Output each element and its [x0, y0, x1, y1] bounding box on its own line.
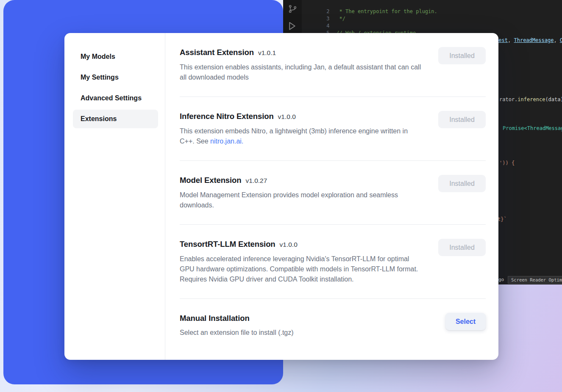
divider — [180, 97, 486, 97]
extension-row-assistant: Assistant Extension v1.0.1 This extensio… — [180, 47, 486, 83]
extension-version: v1.0.0 — [280, 239, 298, 250]
code-line: 2 * The entrypoint for the plugin. — [302, 1, 562, 8]
run-debug-icon[interactable] — [288, 21, 297, 31]
extension-row-tensorrt: TensortRT-LLM Extension v1.0.0 Enables a… — [180, 239, 486, 284]
manual-installation-row: Manual Installation Select an extension … — [180, 313, 486, 338]
settings-sidebar: My Models My Settings Advanced Settings … — [64, 33, 165, 360]
select-file-button[interactable]: Select — [445, 313, 486, 330]
installed-button[interactable]: Installed — [438, 111, 486, 128]
extension-description: Model Management Extension provides mode… — [180, 190, 423, 210]
screen-reader-toast[interactable]: Screen Reader Optimize — [508, 276, 562, 284]
source-control-icon[interactable] — [288, 4, 298, 14]
manual-installation-description: Select an extension file to install (.tg… — [180, 328, 423, 338]
divider — [180, 298, 486, 299]
extension-row-model: Model Extension v1.0.27 Model Management… — [180, 175, 486, 210]
extension-title: TensortRT-LLM Extension — [180, 239, 275, 250]
settings-modal: My Models My Settings Advanced Settings … — [64, 33, 498, 360]
line-number: 4 — [320, 22, 336, 30]
divider — [180, 160, 486, 161]
sidebar-item-my-models[interactable]: My Models — [73, 47, 158, 66]
extension-title: Inference Nitro Extension — [180, 111, 274, 122]
sidebar-item-extensions[interactable]: Extensions — [73, 110, 158, 128]
extension-description: Enables accelerated inference leveraging… — [180, 254, 423, 284]
code-fragment: rator.inference(data)); — [499, 96, 562, 103]
extension-version: v1.0.0 — [278, 111, 296, 122]
extension-description: This extension enables assistants, inclu… — [180, 62, 423, 83]
installed-button[interactable]: Installed — [438, 175, 486, 192]
sidebar-item-advanced-settings[interactable]: Advanced Settings — [73, 89, 158, 108]
installed-button[interactable]: Installed — [438, 47, 486, 64]
line-number: 3 — [320, 15, 336, 22]
line-number: 2 — [320, 8, 336, 15]
code-fragment: ')) { — [499, 160, 515, 166]
code-fragment: t}` — [498, 216, 507, 223]
sidebar-item-my-settings[interactable]: My Settings — [73, 68, 158, 87]
code-line: 5// Web / extension runtime — [302, 22, 562, 30]
extension-version: v1.0.27 — [246, 175, 267, 186]
manual-installation-title: Manual Installation — [180, 313, 250, 324]
extension-title: Model Extension — [180, 175, 242, 186]
nitro-jan-ai-link[interactable]: nitro.jan.ai. — [210, 138, 243, 145]
extension-version: v1.0.1 — [258, 47, 276, 58]
extensions-panel: Assistant Extension v1.0.1 This extensio… — [165, 33, 498, 360]
extension-description: This extension embeds Nitro, a lightweig… — [180, 126, 423, 146]
code-fragment: Promise<ThreadMessage> — [503, 125, 562, 132]
installed-button[interactable]: Installed — [438, 239, 486, 256]
status-text: go — [498, 277, 504, 282]
extension-row-nitro: Inference Nitro Extension v1.0.0 This ex… — [180, 111, 486, 146]
code-area: 2 * The entrypoint for the plugin. 3 */ … — [302, 1, 562, 37]
extension-title: Assistant Extension — [180, 47, 254, 58]
divider — [180, 224, 486, 225]
